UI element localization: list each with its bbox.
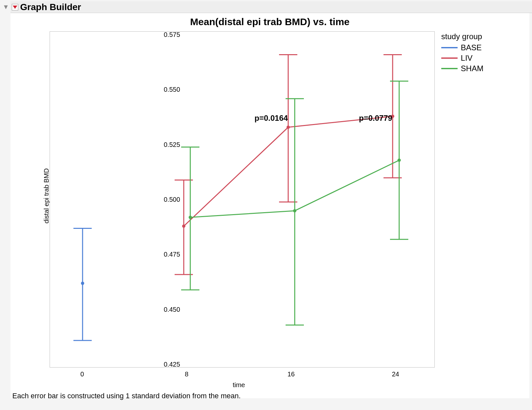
svg-point-12	[287, 126, 290, 129]
y-tick-label: 0.425	[154, 361, 180, 368]
x-axis-label: time	[233, 381, 245, 389]
chart-title: Mean(distal epi trab BMD) vs. time	[10, 16, 529, 27]
y-tick-label: 0.475	[154, 251, 180, 258]
legend-swatch	[441, 47, 458, 48]
svg-point-4	[81, 282, 84, 285]
chart-annotation: p=0.0779	[359, 114, 392, 123]
plot-frame[interactable]	[50, 31, 435, 368]
legend-item[interactable]: BASE	[441, 42, 483, 53]
legend-label: BASE	[461, 43, 482, 52]
y-tick-label: 0.575	[154, 31, 180, 39]
svg-point-8	[182, 225, 185, 228]
svg-point-28	[398, 159, 401, 162]
x-tick-label: 8	[185, 371, 188, 378]
x-tick-label: 0	[80, 371, 84, 378]
svg-point-20	[189, 216, 192, 219]
legend-swatch	[441, 57, 458, 59]
red-triangle-icon	[13, 6, 17, 9]
panel-menu-button[interactable]	[12, 4, 18, 10]
svg-marker-0	[13, 6, 17, 9]
legend-swatch	[441, 68, 458, 69]
y-tick-label: 0.500	[154, 196, 180, 203]
chart-annotation: p=0.0164	[255, 114, 288, 123]
app-root: ▼ Graph Builder Mean(distal epi trab BMD…	[0, 0, 532, 398]
content-column: Graph Builder Mean(distal epi trab BMD) …	[10, 1, 532, 398]
y-tick-label: 0.450	[154, 306, 180, 313]
y-axis-label: distal epi trab BMD	[43, 168, 50, 224]
legend: study group BASELIVSHAM	[441, 32, 483, 74]
legend-label: SHAM	[461, 64, 483, 73]
panel-titlebar: Graph Builder	[10, 1, 532, 13]
chart-footnote: Each error bar is constructed using 1 st…	[12, 392, 241, 400]
legend-item[interactable]: LIV	[441, 53, 483, 63]
legend-label: LIV	[461, 54, 473, 63]
svg-point-24	[293, 209, 296, 213]
plot-svg	[50, 32, 435, 368]
x-tick-label: 24	[392, 371, 399, 378]
y-tick-label: 0.550	[154, 86, 180, 93]
disclosure-triangle-icon[interactable]: ▼	[2, 1, 10, 11]
panel-title: Graph Builder	[20, 2, 81, 12]
legend-title: study group	[441, 32, 483, 41]
figure-area: Mean(distal epi trab BMD) vs. time 0.425…	[10, 13, 529, 398]
y-tick-label: 0.525	[154, 141, 180, 148]
x-tick-label: 16	[288, 371, 295, 378]
legend-item[interactable]: SHAM	[441, 63, 483, 74]
